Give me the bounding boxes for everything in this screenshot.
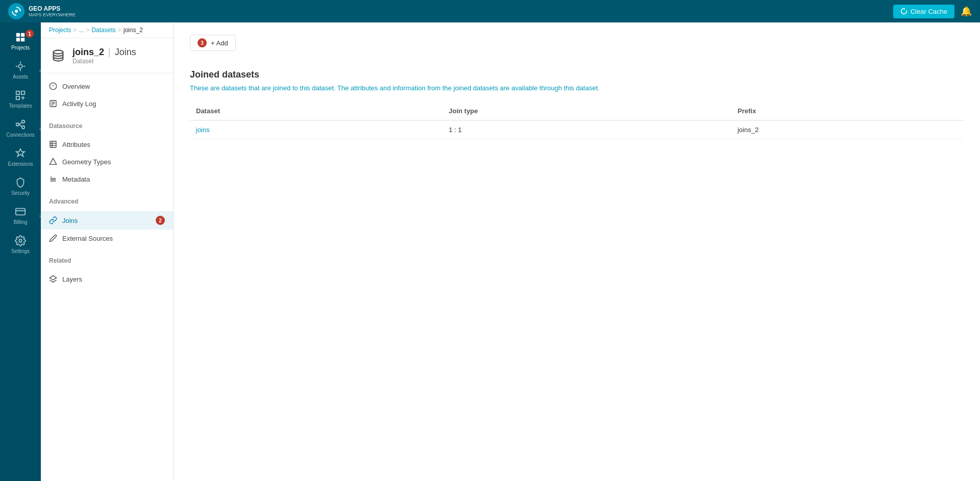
svg-marker-33 <box>50 158 56 164</box>
svg-rect-1 <box>16 33 20 37</box>
sidebar-item-connections[interactable]: Connections › <box>0 114 41 143</box>
advanced-section-title: Advanced <box>41 192 173 207</box>
joins-label: Joins <box>62 217 78 224</box>
dataset-link[interactable]: joins <box>196 126 210 134</box>
overview-icon <box>49 82 57 90</box>
add-badge: 3 <box>198 38 207 47</box>
logo-subtitle: MAPS EVERYWHERE <box>29 12 76 17</box>
dataset-header: joins_2 | Joins Dataset <box>41 38 173 73</box>
nav-item-metadata[interactable]: Metadata <box>41 170 173 188</box>
nav-overview-section: Overview Activity Log <box>41 73 173 116</box>
layers-icon <box>49 275 57 283</box>
sidebar-item-billing[interactable]: Billing › <box>0 201 41 230</box>
content-area: 3 + Add Joined datasets These are datase… <box>174 22 980 481</box>
geometry-types-icon <box>49 158 57 166</box>
related-section-title: Related <box>41 251 173 266</box>
svg-point-14 <box>22 120 25 123</box>
external-sources-icon <box>49 234 57 242</box>
topbar-left: GEO APPS MAPS EVERYWHERE <box>8 3 76 19</box>
col-header-join-type: Join type <box>443 102 731 120</box>
connections-icon <box>15 119 26 130</box>
add-button-label: + Add <box>211 39 228 47</box>
joins-badge: 2 <box>156 216 165 225</box>
assets-label: Assets <box>13 74 28 80</box>
geometry-types-label: Geometry Types <box>62 158 111 166</box>
sidebar-item-assets[interactable]: Assets › <box>0 56 41 85</box>
cell-join-type: 1 : 1 <box>443 120 731 139</box>
svg-line-17 <box>19 124 22 126</box>
templates-icon <box>15 90 26 101</box>
nav-item-layers[interactable]: Layers <box>41 270 173 288</box>
nav-item-joins[interactable]: Joins 2 <box>41 211 173 230</box>
assets-expand-icon: › <box>39 67 41 73</box>
sidebar-item-extensions[interactable]: Extensions <box>0 143 41 172</box>
nav-advanced-section: Joins 2 External Sources <box>41 207 173 251</box>
dataset-subtitle: Joins <box>115 47 136 58</box>
settings-label: Settings <box>11 248 30 254</box>
svg-rect-2 <box>21 33 24 37</box>
svg-point-13 <box>16 123 19 126</box>
nav-item-overview[interactable]: Overview <box>41 78 173 95</box>
dataset-title-block: joins_2 | Joins Dataset <box>72 47 136 65</box>
extensions-icon <box>15 148 26 159</box>
connections-label: Connections <box>6 132 35 138</box>
connections-expand-icon: › <box>39 125 41 131</box>
nav-item-geometry-types[interactable]: Geometry Types <box>41 153 173 170</box>
svg-point-5 <box>18 64 22 68</box>
svg-point-15 <box>22 126 25 129</box>
nav-datasource-section: Attributes Geometry Types Metadata <box>41 132 173 192</box>
security-icon <box>15 177 26 188</box>
svg-rect-10 <box>16 91 19 94</box>
main-layout: 1 Projects Assets › <box>0 22 980 481</box>
billing-expand-icon: › <box>39 213 41 218</box>
metadata-label: Metadata <box>62 175 90 183</box>
layers-label: Layers <box>62 275 82 283</box>
sidebar-item-templates[interactable]: Templates <box>0 85 41 114</box>
left-sidebar: 1 Projects Assets › <box>0 22 41 481</box>
svg-rect-29 <box>50 141 56 147</box>
svg-rect-3 <box>16 38 20 41</box>
clear-cache-button[interactable]: Clear Cache <box>893 5 954 18</box>
billing-label: Billing <box>14 219 28 225</box>
add-button-container: 3 + Add <box>190 35 964 61</box>
breadcrumb-sep2: > <box>86 27 89 34</box>
logo-title: GEO APPS <box>29 5 76 12</box>
attributes-icon <box>49 140 57 148</box>
svg-rect-11 <box>21 91 24 94</box>
projects-badge: 1 <box>26 30 34 38</box>
nav-item-attributes[interactable]: Attributes <box>41 136 173 153</box>
nav-item-activity-log[interactable]: Activity Log <box>41 95 173 112</box>
breadcrumb-datasets[interactable]: Datasets <box>91 27 115 34</box>
breadcrumb-sep3: > <box>118 27 121 34</box>
external-sources-label: External Sources <box>62 235 113 242</box>
assets-icon <box>15 61 26 72</box>
sidebar-item-projects[interactable]: 1 Projects <box>0 27 41 56</box>
svg-rect-4 <box>21 38 24 41</box>
attributes-label: Attributes <box>62 141 90 148</box>
breadcrumb: Projects > ... > Datasets > joins_2 <box>41 22 173 38</box>
joined-datasets-table-container: Dataset Join type Prefix joins 1 : 1 joi… <box>190 102 964 139</box>
svg-rect-12 <box>16 96 19 99</box>
topbar-right: Clear Cache 🔔 <box>893 5 972 18</box>
nav-related-section: Layers <box>41 266 173 292</box>
logo: GEO APPS MAPS EVERYWHERE <box>8 3 76 19</box>
metadata-icon <box>49 175 57 183</box>
settings-icon <box>15 235 26 246</box>
svg-point-21 <box>54 50 63 54</box>
nav-item-external-sources[interactable]: External Sources <box>41 230 173 247</box>
sidebar-item-settings[interactable]: Settings <box>0 230 41 259</box>
breadcrumb-middle[interactable]: ... <box>79 27 84 34</box>
breadcrumb-projects[interactable]: Projects <box>49 27 71 34</box>
cell-dataset: joins <box>190 120 443 139</box>
templates-label: Templates <box>9 103 32 109</box>
add-button[interactable]: 3 + Add <box>190 35 236 51</box>
billing-icon <box>15 206 26 217</box>
svg-marker-38 <box>50 275 56 280</box>
activity-log-label: Activity Log <box>62 100 96 108</box>
sidebar-item-security[interactable]: Security <box>0 172 41 201</box>
overview-label: Overview <box>62 83 90 90</box>
svg-line-16 <box>19 122 22 124</box>
notification-bell-icon[interactable]: 🔔 <box>961 6 972 17</box>
datasource-section-title: Datasource <box>41 116 173 132</box>
dataset-divider: | <box>108 47 111 58</box>
